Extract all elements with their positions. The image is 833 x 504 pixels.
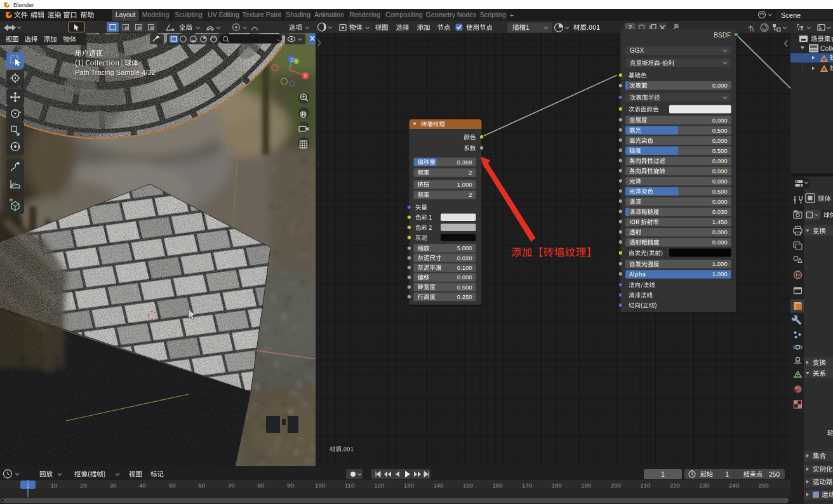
svg-text:Animation: Animation [314, 11, 344, 18]
svg-text:Scene: Scene [781, 11, 801, 19]
svg-text:0.030: 0.030 [712, 208, 728, 215]
svg-text:1: 1 [661, 471, 665, 478]
svg-text:170: 170 [522, 482, 532, 489]
svg-text:GGX: GGX [630, 47, 644, 54]
svg-text:1.000: 1.000 [712, 260, 728, 267]
svg-text:0.500: 0.500 [712, 147, 728, 154]
svg-text:Blender: Blender [13, 1, 34, 8]
svg-text:0.000: 0.000 [712, 168, 728, 175]
svg-text:250: 250 [759, 482, 769, 489]
svg-text:0.020: 0.020 [457, 255, 472, 262]
svg-text:Layout: Layout [116, 11, 136, 18]
svg-text:0.100: 0.100 [457, 264, 472, 271]
svg-text:BSDF: BSDF [714, 32, 731, 39]
svg-text:140: 140 [433, 482, 443, 489]
svg-text:30: 30 [110, 482, 117, 489]
svg-text:220: 220 [670, 482, 680, 489]
svg-text:Compositing: Compositing [385, 11, 423, 18]
svg-text:0.369: 0.369 [457, 159, 472, 166]
svg-text:180: 180 [552, 482, 562, 489]
svg-text:Scripting: Scripting [480, 11, 506, 18]
svg-text:0.000: 0.000 [712, 137, 728, 144]
svg-text:100: 100 [315, 482, 325, 489]
svg-text:40: 40 [139, 482, 146, 489]
svg-text:0.000: 0.000 [712, 198, 728, 205]
svg-text:Geometry Nodes: Geometry Nodes [426, 11, 476, 18]
svg-text:0.500: 0.500 [457, 284, 472, 291]
svg-text:0.000: 0.000 [712, 239, 728, 246]
svg-text:0.000: 0.000 [712, 229, 728, 235]
svg-text:60: 60 [198, 482, 205, 489]
svg-text:150: 150 [463, 482, 473, 489]
svg-text:+: + [510, 11, 514, 19]
svg-text:250: 250 [769, 471, 780, 478]
svg-text:90: 90 [287, 482, 294, 489]
svg-text:230: 230 [700, 482, 710, 489]
svg-text:Z: Z [290, 57, 293, 63]
svg-text:1.000: 1.000 [712, 270, 728, 277]
svg-text:Sculpting: Sculpting [175, 11, 202, 18]
svg-text:0.000: 0.000 [712, 82, 728, 89]
svg-text:1: 1 [725, 471, 729, 478]
svg-text:UV Editing: UV Editing [208, 11, 239, 18]
svg-text:Y: Y [295, 59, 298, 63]
svg-text:130: 130 [404, 482, 414, 489]
svg-text:0.500: 0.500 [712, 188, 728, 195]
svg-text:0.000: 0.000 [457, 274, 472, 281]
svg-text:1.450: 1.450 [712, 218, 728, 225]
svg-text:190: 190 [581, 482, 591, 489]
svg-text:80: 80 [258, 482, 265, 489]
svg-text:2: 2 [469, 169, 472, 176]
svg-text:X: X [303, 73, 307, 79]
svg-text:Colle: Colle [820, 44, 833, 52]
svg-text:200: 200 [611, 482, 621, 489]
svg-text:2: 2 [469, 191, 472, 198]
svg-text:110: 110 [345, 482, 354, 489]
svg-text:160: 160 [493, 482, 503, 489]
svg-text:20: 20 [80, 482, 87, 489]
svg-text:0.000: 0.000 [712, 157, 728, 164]
svg-text:Shading: Shading [286, 11, 310, 18]
svg-text:Rendering: Rendering [349, 11, 380, 18]
svg-text:0.000: 0.000 [712, 178, 728, 185]
svg-text:5.000: 5.000 [457, 244, 472, 251]
svg-text:0.500: 0.500 [712, 127, 728, 134]
svg-text:70: 70 [228, 482, 235, 489]
svg-text:0.000: 0.000 [712, 117, 728, 124]
svg-text:120: 120 [374, 482, 384, 489]
svg-text:10: 10 [51, 482, 58, 489]
svg-text:240: 240 [729, 482, 739, 489]
svg-text:Modeling: Modeling [142, 11, 170, 18]
svg-text:210: 210 [640, 482, 650, 489]
svg-text:0.250: 0.250 [457, 293, 472, 300]
svg-text:50: 50 [169, 482, 176, 489]
svg-text:Texture Paint: Texture Paint [242, 11, 281, 18]
svg-text:1.000: 1.000 [457, 181, 472, 188]
svg-text:Path Tracing Sample 4/32: Path Tracing Sample 4/32 [75, 69, 156, 76]
